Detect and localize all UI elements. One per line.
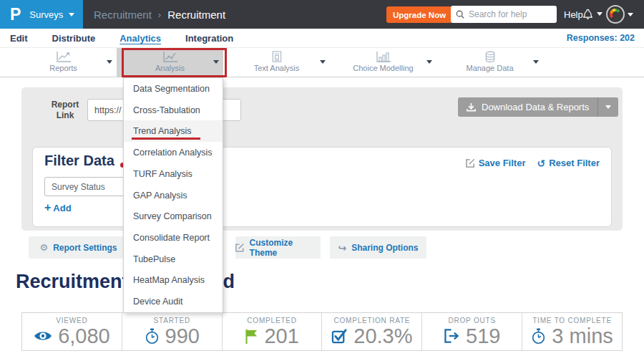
toolbar-item-label: Text Analysis xyxy=(223,64,330,72)
app-window: P Surveys Recruitment › Recruitment Upgr… xyxy=(0,0,644,361)
menu-item-heatmap-analysis[interactable]: HeatMap Analysis xyxy=(124,270,223,292)
tab-customize-theme[interactable]: Customize Theme xyxy=(235,236,321,259)
chevron-down-icon xyxy=(597,12,602,16)
stat-completion-rate: COMPLETION RATE 20.3% xyxy=(322,313,422,350)
bell-icon xyxy=(582,7,594,20)
red-underline-annotation xyxy=(132,138,200,140)
toolbar-item-label: Analysis xyxy=(117,64,223,72)
stat-started: STARTED 990 xyxy=(122,313,223,350)
menu-item-correlation-analysis[interactable]: Correlation Analysis xyxy=(124,142,223,163)
upgrade-now-button[interactable]: Upgrade Now xyxy=(386,6,452,23)
flag-icon xyxy=(245,328,258,345)
stat-label: STARTED xyxy=(154,317,190,324)
download-data-reports-button[interactable]: Download Data & Reports xyxy=(458,97,618,117)
stat-value: 519 xyxy=(466,325,500,347)
toolbar-item-label: Reports xyxy=(10,64,117,72)
menu-item-tubepulse[interactable]: TubePulse xyxy=(124,249,223,270)
checkbox-icon xyxy=(331,328,348,344)
menu-item-turf-analysis[interactable]: TURF Analysis xyxy=(124,163,223,185)
gear-icon: ⚙ xyxy=(40,243,49,252)
stopwatch-icon xyxy=(145,328,160,345)
stat-label: COMPLETED xyxy=(247,317,296,324)
tab-label: Sharing Options xyxy=(351,243,418,253)
stat-value: 990 xyxy=(165,325,200,347)
menu-item-consolidate-report[interactable]: Consolidate Report xyxy=(124,227,223,249)
survey-status-value: Survey Status xyxy=(52,182,105,192)
menu-item-trend-analysis[interactable]: Trend Analysis xyxy=(124,120,223,142)
add-filter-label: Add xyxy=(53,203,71,213)
stopwatch-icon xyxy=(531,328,546,345)
avatar xyxy=(606,5,625,24)
chevron-down-icon xyxy=(628,13,633,16)
report-panel: Report Link Download Data & Reports Filt… xyxy=(21,87,623,231)
nav-item-analytics[interactable]: Analytics xyxy=(119,33,161,44)
toolbar-item-text-analysis[interactable]: Text Analysis xyxy=(223,48,330,77)
nav-item-distribute[interactable]: Distribute xyxy=(52,33,96,44)
stat-drop-outs: DROP OUTS 519 xyxy=(422,313,522,350)
toolbar-item-reports[interactable]: Reports xyxy=(10,48,117,77)
add-filter-button[interactable]: + Add xyxy=(44,202,72,213)
toolbar-item-manage-data[interactable]: Manage Data xyxy=(436,48,543,77)
surveys-product-menu[interactable]: P Surveys xyxy=(0,0,83,29)
nav-item-integration[interactable]: Integration xyxy=(185,33,233,44)
toolbar-item-label: Manage Data xyxy=(436,64,543,72)
help-link[interactable]: Help xyxy=(564,9,583,20)
document-icon xyxy=(271,51,283,63)
tab-sharing-options[interactable]: ↪ Sharing Options xyxy=(330,236,426,259)
exit-icon xyxy=(444,328,460,344)
edit-icon xyxy=(466,158,475,168)
tab-label: Customize Theme xyxy=(250,238,321,258)
stat-completed: COMPLETED 201 xyxy=(223,313,323,350)
tab-report-settings[interactable]: ⚙ Report Settings xyxy=(29,236,128,259)
download-icon xyxy=(467,102,476,112)
responses-count[interactable]: Responses: 202 xyxy=(567,33,635,43)
share-icon: ↪ xyxy=(338,243,346,253)
breadcrumb-separator: › xyxy=(158,9,161,20)
menu-item-gap-analysis[interactable]: GAP Analysis xyxy=(124,185,223,206)
top-header: P Surveys Recruitment › Recruitment Upgr… xyxy=(0,0,644,29)
chevron-down-icon xyxy=(426,60,432,64)
stat-value: 20.3% xyxy=(353,325,412,347)
stat-label: TIME TO COMPLETE xyxy=(532,317,612,324)
line-chart-icon xyxy=(56,51,72,63)
database-icon xyxy=(484,51,497,63)
save-filter-button[interactable]: Save Filter xyxy=(466,158,526,168)
breadcrumb-parent[interactable]: Recruitment xyxy=(94,9,152,21)
help-search[interactable] xyxy=(451,6,557,23)
toolbar-item-choice-modelling[interactable]: Choice Modelling xyxy=(330,48,436,77)
menu-item-data-segmentation[interactable]: Data Segmentation xyxy=(124,78,223,100)
plus-icon: + xyxy=(44,202,51,213)
menu-item-survey-comparison[interactable]: Survey Comparison xyxy=(124,206,223,227)
report-link-label: Report Link xyxy=(49,100,82,121)
stat-value: 6,080 xyxy=(58,325,110,347)
stat-label: COMPLETION RATE xyxy=(333,317,410,324)
stat-time-to-complete: TIME TO COMPLETE 3 mins xyxy=(522,313,622,350)
menu-item-cross-tabulation[interactable]: Cross-Tabulation xyxy=(124,100,223,121)
chevron-down-icon xyxy=(605,105,611,109)
notifications-menu[interactable] xyxy=(582,7,602,20)
breadcrumb-current: Recruitment xyxy=(167,9,225,21)
stat-viewed: VIEWED 6,080 xyxy=(22,313,122,350)
toolbar-item-label: Choice Modelling xyxy=(330,64,436,72)
account-menu[interactable] xyxy=(606,5,633,24)
analysis-dropdown-menu: Data Segmentation Cross-Tabulation Trend… xyxy=(123,77,223,313)
search-icon xyxy=(456,10,464,19)
save-filter-label: Save Filter xyxy=(479,158,526,168)
chevron-down-icon xyxy=(69,13,74,16)
nav-item-edit[interactable]: Edit xyxy=(10,33,28,44)
trend-chart-icon xyxy=(162,51,178,63)
toolbar-item-analysis[interactable]: Analysis xyxy=(117,48,223,77)
filter-data-panel: Filter Data Save Filter ↺ Reset Filter S… xyxy=(32,147,612,227)
questionpro-logo: P xyxy=(10,5,21,24)
download-dropdown-toggle[interactable] xyxy=(597,97,618,117)
reset-icon: ↺ xyxy=(537,158,545,168)
search-input[interactable] xyxy=(469,9,551,19)
chevron-down-icon xyxy=(107,60,112,64)
analytics-toolbar: Reports Analysis Text Analysis xyxy=(0,48,644,77)
tab-label: Report Settings xyxy=(53,243,117,253)
reset-filter-button[interactable]: ↺ Reset Filter xyxy=(537,158,600,168)
breadcrumb: Recruitment › Recruitment xyxy=(94,0,225,29)
menu-item-device-audit[interactable]: Device Audit xyxy=(124,291,223,312)
survey-stats-bar: VIEWED 6,080 STARTED 990 xyxy=(21,312,623,351)
stat-label: VIEWED xyxy=(56,317,87,324)
